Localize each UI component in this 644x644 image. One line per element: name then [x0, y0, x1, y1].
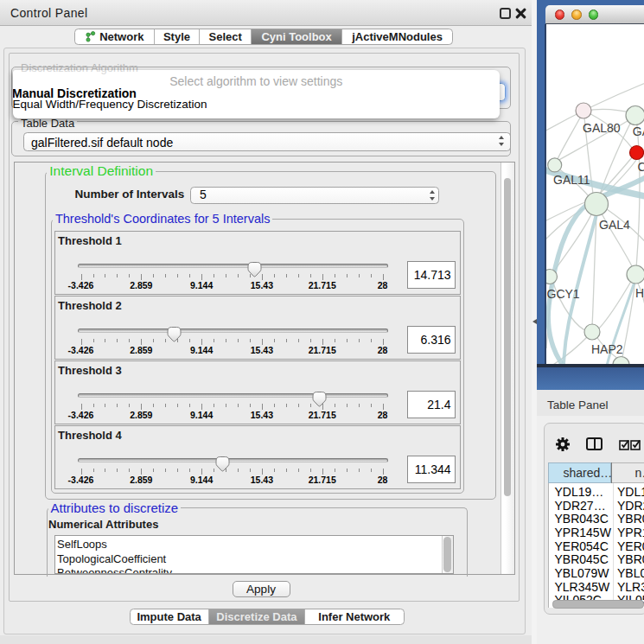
svg-text:GAL11: GAL11	[553, 173, 590, 187]
svg-text:GAL4: GAL4	[599, 217, 630, 231]
svg-text:GA: GA	[633, 124, 644, 137]
svg-text:HAP2: HAP2	[591, 341, 623, 355]
svg-text:H: H	[635, 285, 644, 299]
svg-text:C: C	[638, 160, 644, 174]
svg-text:GCY1: GCY1	[547, 287, 580, 301]
svg-text:GAL80: GAL80	[583, 120, 621, 134]
